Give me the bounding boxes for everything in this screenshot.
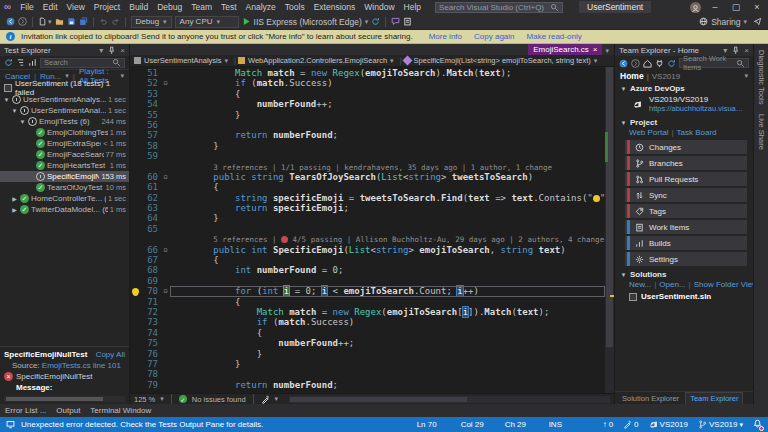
test-tree-row[interactable]: ▼UserSentimentAnal... (18)1 sec	[0, 105, 129, 116]
team-item-branches[interactable]: Branches	[625, 156, 747, 170]
menu-view[interactable]: View	[63, 2, 89, 12]
run-tests-icon[interactable]	[4, 58, 13, 67]
code-line-52[interactable]: 52⊟if (match.Success)	[130, 78, 605, 88]
codelens-line[interactable]: 3 references | 1/1 passing | kendrahaven…	[130, 162, 605, 172]
test-tree-row[interactable]: ✓EmojiHeartsTest1 ms	[0, 160, 129, 171]
pin-icon[interactable]	[107, 46, 116, 55]
save-button[interactable]	[67, 17, 76, 26]
tab-close-icon[interactable]: ×	[593, 45, 598, 54]
pending-edits-icon[interactable]	[623, 420, 632, 429]
team-item-settings[interactable]: Settings	[625, 252, 747, 266]
solution-file-name[interactable]: UserSentiment.sln	[641, 292, 711, 301]
tree-expander-icon[interactable]: ▼	[3, 97, 10, 103]
menu-project[interactable]: Project	[90, 2, 124, 12]
work-items-search-input[interactable]: Search Work Items	[679, 58, 749, 68]
send-feedback-icon[interactable]	[753, 17, 762, 26]
repository-indicator[interactable]: VS2019	[649, 420, 688, 429]
team-item-sync[interactable]: Sync	[625, 188, 747, 202]
open-folder-button[interactable]	[55, 17, 64, 26]
test-search-input[interactable]: Search	[40, 58, 125, 68]
maximize-button[interactable]: ▢	[729, 2, 743, 12]
menu-edit[interactable]: Edit	[39, 2, 62, 12]
test-tree-row[interactable]: ✓EmojiExtraSpecial...< 1 ms	[0, 138, 129, 149]
code-line-53[interactable]: 53{	[130, 89, 605, 99]
menu-tools[interactable]: Tools	[281, 2, 309, 12]
notification-link-copy-again[interactable]: Copy again	[474, 32, 514, 41]
code-line-73[interactable]: 73if (match.Success)	[130, 317, 605, 327]
test-tree-row[interactable]: ▼UserSentimentAnalys... (18)1 sec	[0, 94, 129, 105]
code-line-59[interactable]: 59	[130, 151, 605, 161]
menu-test[interactable]: Test	[217, 2, 241, 12]
close-button[interactable]: ×	[750, 2, 764, 12]
branch-indicator[interactable]: VS2019▾	[698, 420, 743, 429]
new-file-button[interactable]	[38, 17, 47, 26]
home-menu-icon[interactable]: ▾	[744, 72, 748, 80]
configuration-dropdown[interactable]: Debug▾	[131, 16, 172, 28]
menu-file[interactable]: File	[16, 2, 38, 12]
source-link[interactable]: EmojiTests.cs line 101	[42, 361, 121, 370]
code-area[interactable]: 51Match match = new Regex(emojiToSearch)…	[130, 67, 605, 393]
tab-team-explorer[interactable]: Team Explorer	[685, 392, 743, 404]
panel-menu-icon[interactable]: ▾	[99, 46, 103, 55]
tree-expander-icon[interactable]: ▶	[11, 195, 18, 202]
forward-icon[interactable]	[631, 59, 640, 68]
menu-extensions[interactable]: Extensions	[310, 2, 360, 12]
code-line-71[interactable]: 71{	[130, 297, 605, 307]
fold-icon[interactable]: ⊟	[161, 78, 170, 88]
code-line-63[interactable]: 63return specificEmoji;	[130, 203, 605, 213]
tree-expander-icon[interactable]: ▼	[19, 119, 26, 125]
project-link-task-board[interactable]: Task Board	[677, 128, 717, 137]
code-line-69[interactable]: 69	[130, 276, 605, 286]
chevron-down-icon[interactable]: ▾	[594, 57, 598, 65]
code-line-54[interactable]: 54numberFound++;	[130, 99, 605, 109]
notification-link-make-read-only[interactable]: Make read-only	[527, 32, 582, 41]
code-line-66[interactable]: 66⊟public int SpecificEmoji(List<string>…	[130, 245, 605, 255]
chevron-down-icon[interactable]: ▾	[225, 57, 229, 65]
project-section[interactable]: Project	[630, 118, 657, 127]
task-list-icon[interactable]	[403, 17, 412, 26]
breadcrumb-item[interactable]: UserSentimentAnalysis▾	[134, 56, 232, 65]
test-tree-row[interactable]: ▶✓HomeControllerTe... (6)1 sec	[0, 193, 129, 204]
feedback-icon[interactable]	[391, 17, 400, 26]
codelens-line[interactable]: 5 references | 4/5 passing | Allison Buc…	[130, 234, 605, 244]
chevron-down-icon[interactable]: ▾	[390, 57, 394, 65]
copy-all-link[interactable]: Copy All	[96, 350, 125, 359]
connect-icon[interactable]	[655, 59, 664, 68]
lightbulb-icon[interactable]	[132, 288, 139, 295]
sharing-dropdown[interactable]: Sharing▾	[699, 17, 747, 27]
zoom-level-dropdown[interactable]: 125 %	[134, 395, 155, 404]
menu-team[interactable]: Team	[187, 2, 216, 12]
details-horizontal-scrollbar[interactable]	[4, 396, 125, 402]
navigate-forward-button[interactable]	[18, 17, 27, 26]
code-line-51[interactable]: 51Match match = new Regex(emojiToSearch)…	[130, 68, 605, 78]
editor-horizontal-scrollbar[interactable]	[289, 396, 610, 403]
search-input[interactable]: Search Visual Studio (Ctrl+Q)	[435, 2, 563, 13]
solutions-link-open-[interactable]: Open...	[659, 280, 685, 289]
edit-mode-icon[interactable]	[261, 395, 270, 404]
user-avatar[interactable]	[690, 2, 701, 13]
menu-window[interactable]: Window	[360, 2, 398, 12]
solutions-link-new-[interactable]: New...	[629, 280, 651, 289]
code-line-70[interactable]: 70⊟for (int i = 0; i < emojiToSearch.Cou…	[130, 286, 605, 296]
platform-dropdown[interactable]: Any CPU▾	[175, 16, 239, 28]
tool-tab-output[interactable]: Output	[56, 406, 80, 415]
code-line-55[interactable]: 55}	[130, 110, 605, 120]
home-icon[interactable]	[643, 59, 652, 68]
code-line-72[interactable]: 72Match match = new Regex(emojiToSearch[…	[130, 307, 605, 317]
notification-link-more-info[interactable]: More info	[429, 32, 462, 41]
breadcrumb-item[interactable]: WebApplication2.Controllers.EmojiSearch▾	[238, 56, 398, 65]
code-line-74[interactable]: 74{	[130, 328, 605, 338]
home-breadcrumb[interactable]: Home	[620, 71, 644, 81]
code-line-78[interactable]: 78	[130, 369, 605, 379]
menu-analyze[interactable]: Analyze	[242, 2, 280, 12]
code-line-68[interactable]: 68int numberFound = 0;	[130, 265, 605, 275]
tree-expander-icon[interactable]: ▼	[11, 108, 18, 114]
code-line-58[interactable]: 58}	[130, 141, 605, 151]
code-line-67[interactable]: 67{	[130, 255, 605, 265]
code-line-64[interactable]: 64}	[130, 213, 605, 223]
test-tree-row[interactable]: ✓EmojiClothingTest1 ms	[0, 127, 129, 138]
navigate-back-button[interactable]	[6, 17, 15, 26]
code-line-57[interactable]: 57return numberFound;	[130, 130, 605, 140]
tool-tab-error-list-[interactable]: Error List ...	[5, 406, 46, 415]
code-line-75[interactable]: 75numberFound++;	[130, 338, 605, 348]
